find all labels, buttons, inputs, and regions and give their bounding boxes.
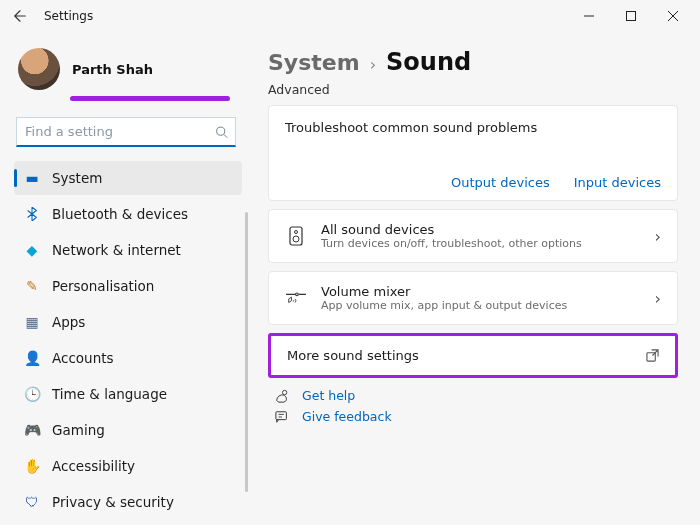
sidebar-item-gaming[interactable]: 🎮 Gaming: [14, 413, 242, 447]
avatar: [18, 48, 60, 90]
sidebar-item-label: Personalisation: [52, 278, 154, 294]
chevron-right-icon: ›: [370, 55, 376, 74]
breadcrumb-current: Sound: [386, 48, 471, 76]
row-title: More sound settings: [287, 348, 632, 363]
sidebar-item-label: Time & language: [52, 386, 167, 402]
svg-point-6: [293, 236, 299, 242]
clock-icon: 🕒: [24, 386, 40, 402]
annotation-underline: [70, 96, 230, 101]
sidebar-item-privacy[interactable]: 🛡 Privacy & security: [14, 485, 242, 519]
annotation-highlight: More sound settings: [268, 333, 678, 378]
main-content: System › Sound Advanced Troubleshoot com…: [250, 32, 700, 525]
arrow-left-icon: [13, 9, 27, 23]
profile-block[interactable]: Parth Shah: [14, 42, 242, 94]
row-subtitle: Turn devices on/off, troubleshoot, other…: [321, 237, 641, 250]
maximize-icon: [626, 11, 636, 21]
external-link-icon: [646, 349, 659, 362]
sidebar-item-system[interactable]: ▬ System: [14, 161, 242, 195]
search-field-wrap: [16, 117, 236, 147]
all-sound-devices-row[interactable]: All sound devices Turn devices on/off, t…: [268, 209, 678, 263]
person-icon: 👤: [24, 350, 40, 366]
minimize-button[interactable]: [568, 2, 610, 30]
svg-point-11: [282, 390, 286, 394]
close-icon: [668, 11, 678, 21]
row-title: All sound devices: [321, 222, 641, 237]
sidebar: Parth Shah ▬ System Bluetooth & d: [0, 32, 250, 525]
row-subtitle: App volume mix, app input & output devic…: [321, 299, 641, 312]
sidebar-item-label: Network & internet: [52, 242, 181, 258]
volume-mixer-row[interactable]: Volume mixer App volume mix, app input &…: [268, 271, 678, 325]
section-heading: Advanced: [268, 82, 678, 97]
speaker-icon: [285, 226, 307, 246]
svg-point-5: [295, 231, 298, 234]
chevron-right-icon: ›: [655, 227, 661, 246]
bluetooth-icon: [24, 206, 40, 222]
sidebar-item-label: Privacy & security: [52, 494, 174, 510]
window-controls: [568, 2, 694, 30]
maximize-button[interactable]: [610, 2, 652, 30]
sidebar-item-apps[interactable]: ▦ Apps: [14, 305, 242, 339]
sidebar-item-bluetooth[interactable]: Bluetooth & devices: [14, 197, 242, 231]
link-label: Give feedback: [302, 409, 392, 424]
help-icon: [274, 389, 290, 403]
more-sound-settings-row[interactable]: More sound settings: [271, 336, 675, 375]
sidebar-item-label: Accounts: [52, 350, 114, 366]
sidebar-item-personalisation[interactable]: ✎ Personalisation: [14, 269, 242, 303]
close-button[interactable]: [652, 2, 694, 30]
feedback-icon: [274, 410, 290, 424]
get-help-link[interactable]: Get help: [274, 388, 678, 403]
sidebar-item-label: Apps: [52, 314, 85, 330]
output-devices-button[interactable]: Output devices: [451, 175, 550, 190]
mixer-icon: [285, 291, 307, 305]
sidebar-item-label: Gaming: [52, 422, 105, 438]
minimize-icon: [584, 11, 594, 21]
gamepad-icon: 🎮: [24, 422, 40, 438]
sidebar-item-label: System: [52, 170, 102, 186]
troubleshoot-title: Troubleshoot common sound problems: [285, 120, 661, 135]
chevron-right-icon: ›: [655, 289, 661, 308]
profile-name: Parth Shah: [72, 62, 153, 77]
link-label: Get help: [302, 388, 355, 403]
sidebar-scrollbar[interactable]: [245, 212, 248, 492]
input-devices-button[interactable]: Input devices: [574, 175, 661, 190]
svg-point-8: [296, 293, 299, 296]
wifi-icon: ◆: [24, 242, 40, 258]
sidebar-item-label: Bluetooth & devices: [52, 206, 188, 222]
breadcrumb-parent[interactable]: System: [268, 50, 360, 75]
svg-rect-12: [276, 411, 287, 419]
sidebar-item-accessibility[interactable]: ✋ Accessibility: [14, 449, 242, 483]
accessibility-icon: ✋: [24, 458, 40, 474]
display-icon: ▬: [24, 170, 40, 186]
search-input[interactable]: [16, 117, 236, 147]
footer-links: Get help Give feedback: [268, 388, 678, 424]
give-feedback-link[interactable]: Give feedback: [274, 409, 678, 424]
shield-icon: 🛡: [24, 494, 40, 510]
apps-icon: ▦: [24, 314, 40, 330]
svg-rect-1: [627, 12, 636, 21]
svg-line-3: [224, 134, 227, 137]
svg-point-2: [217, 127, 225, 135]
sidebar-item-label: Accessibility: [52, 458, 135, 474]
search-icon: [215, 126, 228, 139]
titlebar: Settings: [0, 0, 700, 32]
sidebar-item-accounts[interactable]: 👤 Accounts: [14, 341, 242, 375]
sidebar-item-time-language[interactable]: 🕒 Time & language: [14, 377, 242, 411]
window-title: Settings: [44, 9, 93, 23]
back-button[interactable]: [6, 2, 34, 30]
brush-icon: ✎: [24, 278, 40, 294]
sidebar-item-network[interactable]: ◆ Network & internet: [14, 233, 242, 267]
row-title: Volume mixer: [321, 284, 641, 299]
breadcrumb: System › Sound: [268, 48, 678, 76]
settings-window: Settings Parth Shah ▬ System: [0, 0, 700, 525]
troubleshoot-card: Troubleshoot common sound problems Outpu…: [268, 105, 678, 201]
sidebar-nav: ▬ System Bluetooth & devices ◆ Network &…: [14, 161, 242, 519]
